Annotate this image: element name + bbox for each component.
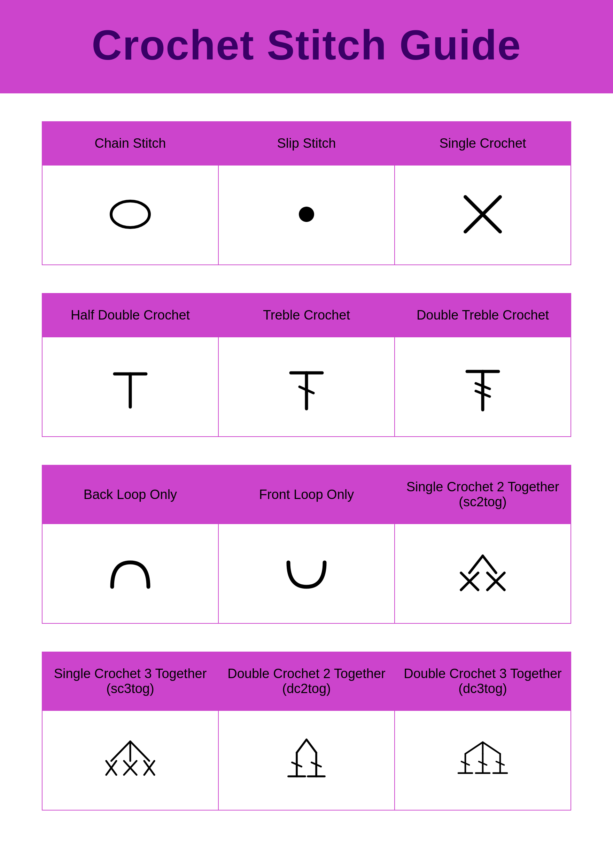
- svg-line-34: [297, 739, 306, 753]
- header-flo: Front Loop Only: [218, 465, 395, 524]
- page-title: Crochet Stitch Guide: [28, 21, 585, 69]
- symbol-treble: [218, 337, 395, 437]
- header-dtreble: Double Treble Crochet: [395, 293, 571, 337]
- dc2tog-icon: [279, 732, 334, 789]
- symbol-dc3tog: [395, 710, 571, 810]
- symbol-slip-stitch: [218, 165, 395, 265]
- header-sc3tog: Single Crochet 3 Together (sc3tog): [42, 652, 218, 710]
- symbol-row-2: [42, 337, 571, 437]
- header-slip-stitch: Slip Stitch: [218, 122, 395, 165]
- chain-stitch-icon: [102, 186, 158, 243]
- header-blo: Back Loop Only: [42, 465, 218, 524]
- svg-line-35: [306, 739, 316, 753]
- stitch-section-row1: Chain Stitch Slip Stitch Single Crochet: [42, 121, 571, 265]
- symbol-single-crochet: [395, 165, 571, 265]
- header-sc2tog: Single Crochet 2 Together (sc2tog): [395, 465, 571, 524]
- back-loop-only-icon: [102, 545, 158, 602]
- sc2tog-icon: [455, 545, 511, 602]
- single-crochet-icon: [455, 186, 511, 243]
- double-treble-crochet-icon: [455, 358, 511, 415]
- stitch-section-row4: Single Crochet 3 Together (sc3tog) Doubl…: [42, 652, 571, 811]
- symbol-row-4: [42, 710, 571, 810]
- header-row-2: Half Double Crochet Treble Crochet Doubl…: [42, 293, 571, 337]
- header-dc2tog: Double Crochet 2 Together (dc2tog): [218, 652, 395, 710]
- symbol-dtreble: [395, 337, 571, 437]
- symbol-chain-stitch: [42, 165, 218, 265]
- stitch-table-row1: Chain Stitch Slip Stitch Single Crochet: [42, 121, 571, 265]
- svg-line-47: [483, 742, 500, 754]
- main-content: Chain Stitch Slip Stitch Single Crochet: [0, 93, 613, 866]
- stitch-section-row2: Half Double Crochet Treble Crochet Doubl…: [42, 293, 571, 437]
- header-row-1: Chain Stitch Slip Stitch Single Crochet: [42, 122, 571, 165]
- header-treble: Treble Crochet: [218, 293, 395, 337]
- sc3tog-icon: [102, 732, 158, 789]
- header-dc3tog: Double Crochet 3 Together (dc3tog): [395, 652, 571, 710]
- symbol-row-3: [42, 524, 571, 623]
- svg-point-0: [111, 201, 149, 228]
- symbol-blo: [42, 524, 218, 623]
- symbol-dc2tog: [218, 710, 395, 810]
- svg-line-25: [111, 741, 130, 761]
- stitch-table-row3: Back Loop Only Front Loop Only Single Cr…: [42, 465, 571, 624]
- svg-line-45: [465, 742, 483, 754]
- symbol-row-1: [42, 165, 571, 265]
- stitch-table-row2: Half Double Crochet Treble Crochet Doubl…: [42, 293, 571, 437]
- header-row-3: Back Loop Only Front Loop Only Single Cr…: [42, 465, 571, 524]
- symbol-hdc: [42, 337, 218, 437]
- header-single-crochet: Single Crochet: [395, 122, 571, 165]
- svg-line-27: [130, 741, 149, 761]
- stitch-table-row4: Single Crochet 3 Together (sc3tog) Doubl…: [42, 652, 571, 811]
- svg-line-18: [483, 556, 496, 573]
- symbol-sc2tog: [395, 524, 571, 623]
- page-header: Crochet Stitch Guide: [0, 0, 613, 93]
- svg-line-17: [469, 556, 483, 573]
- header-hdc: Half Double Crochet: [42, 293, 218, 337]
- front-loop-only-icon: [279, 545, 334, 602]
- treble-crochet-icon: [279, 358, 334, 415]
- symbol-sc3tog: [42, 710, 218, 810]
- symbol-flo: [218, 524, 395, 623]
- dc3tog-icon: [455, 732, 511, 789]
- svg-point-1: [299, 207, 314, 222]
- slip-stitch-icon: [279, 186, 334, 243]
- stitch-section-row3: Back Loop Only Front Loop Only Single Cr…: [42, 465, 571, 624]
- header-chain-stitch: Chain Stitch: [42, 122, 218, 165]
- header-row-4: Single Crochet 3 Together (sc3tog) Doubl…: [42, 652, 571, 710]
- hdc-icon: [102, 358, 158, 415]
